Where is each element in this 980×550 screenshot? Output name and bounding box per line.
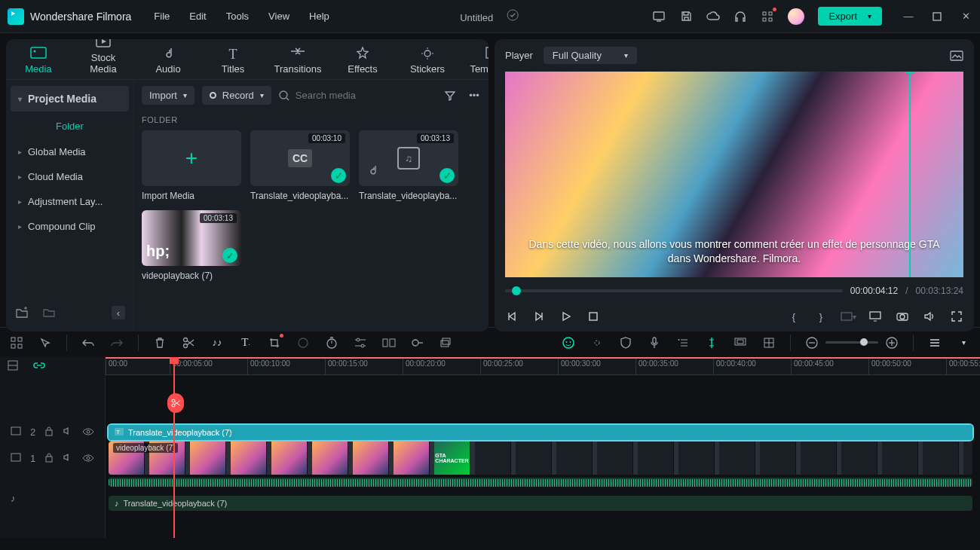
- headphones-icon[interactable]: [733, 10, 747, 23]
- mute-icon[interactable]: [63, 426, 73, 438]
- music-note-icon[interactable]: ♪♪: [210, 335, 225, 350]
- prev-frame-icon[interactable]: [505, 310, 519, 323]
- cut-marker[interactable]: [167, 393, 184, 413]
- eye-icon[interactable]: [82, 453, 94, 464]
- lock-icon[interactable]: [44, 426, 54, 438]
- import-button[interactable]: Import▾: [142, 86, 194, 105]
- stop-icon[interactable]: [586, 310, 600, 323]
- maximize-icon[interactable]: [930, 10, 944, 23]
- timer-icon[interactable]: [324, 335, 339, 350]
- display-icon[interactable]: [868, 310, 882, 323]
- monitor-icon[interactable]: [733, 335, 748, 350]
- card-audio[interactable]: 00:03:13 ♫ ✓ Translate_videoplayba...: [359, 130, 458, 201]
- menu-file[interactable]: File: [154, 11, 170, 22]
- sparkle-icon[interactable]: [590, 335, 605, 350]
- play-icon[interactable]: [559, 310, 573, 323]
- menu-tools[interactable]: Tools: [226, 11, 249, 22]
- desktop-icon[interactable]: [652, 10, 666, 23]
- tab-effects[interactable]: Effects: [336, 47, 389, 79]
- shield-icon[interactable]: [618, 335, 633, 350]
- close-icon[interactable]: ✕: [959, 10, 972, 23]
- tab-templates[interactable]: Templates: [466, 47, 488, 79]
- ratio-icon[interactable]: ▾: [841, 310, 855, 323]
- new-folder-icon[interactable]: [15, 306, 29, 319]
- scrub-bar[interactable]: [505, 289, 843, 292]
- video-clip[interactable]: videoplayback (7) GTACHARACTER: [109, 442, 972, 475]
- scrub-handle[interactable]: [512, 286, 521, 295]
- card-video[interactable]: 00:03:13 hp; ✓ videoplayback (7): [142, 210, 241, 281]
- ai-icon[interactable]: [561, 335, 576, 350]
- color-icon[interactable]: [296, 335, 311, 350]
- sidebar-compound[interactable]: ▸Compound Clip: [11, 214, 129, 239]
- tab-audio[interactable]: Audio: [142, 47, 194, 79]
- menu-help[interactable]: Help: [309, 11, 329, 22]
- key-icon[interactable]: [410, 335, 425, 350]
- eye-icon[interactable]: [82, 426, 94, 438]
- tab-stickers[interactable]: Stickers: [401, 47, 454, 79]
- zoom-handle[interactable]: [860, 338, 868, 346]
- snapshot-icon[interactable]: [950, 49, 963, 63]
- view-list-icon[interactable]: [927, 335, 942, 350]
- more-icon[interactable]: •••: [467, 89, 481, 102]
- caption-clip[interactable]: T Translate_videoplayback (7): [109, 425, 972, 440]
- tab-titles[interactable]: TTitles: [207, 47, 259, 79]
- adjust-icon[interactable]: [353, 335, 368, 350]
- sidebar-adjustment[interactable]: ▸Adjustment Lay...: [11, 189, 129, 214]
- audio-clip[interactable]: [109, 478, 972, 487]
- card-caption[interactable]: 00:03:10 CC ✓ Translate_videoplayba...: [250, 130, 350, 201]
- undo-icon[interactable]: [81, 335, 96, 350]
- avatar[interactable]: [788, 8, 804, 25]
- scissors-icon[interactable]: [181, 335, 196, 350]
- zoom-out-icon[interactable]: [804, 335, 819, 350]
- crop-icon[interactable]: [267, 335, 282, 350]
- redo-icon[interactable]: [109, 335, 124, 350]
- mark-in-icon[interactable]: {: [787, 310, 801, 323]
- mute-icon[interactable]: [63, 453, 73, 464]
- playhead[interactable]: [173, 357, 175, 538]
- minimize-icon[interactable]: —: [902, 10, 915, 23]
- sidebar-folder[interactable]: Folder: [11, 112, 129, 139]
- search-input[interactable]: [296, 90, 436, 101]
- timeline-body[interactable]: 00:00 00:00:05:0000:00:10:0000:00:15:000…: [106, 357, 980, 538]
- folder-icon[interactable]: [42, 306, 56, 319]
- zoom-slider[interactable]: [825, 341, 878, 344]
- sidebar-global-media[interactable]: ▸Global Media: [11, 139, 129, 164]
- fullscreen-icon[interactable]: [950, 310, 963, 323]
- save-icon[interactable]: [679, 10, 693, 23]
- tab-transitions[interactable]: Transitions: [271, 47, 324, 79]
- card-import[interactable]: + Import Media: [142, 130, 241, 201]
- mic-icon[interactable]: [647, 335, 662, 350]
- magic-cut-icon[interactable]: [704, 335, 719, 350]
- camera-icon[interactable]: [896, 310, 909, 323]
- zoom-in-icon[interactable]: [884, 335, 899, 350]
- export-button[interactable]: Export ▾: [818, 7, 882, 26]
- collapse-sidebar-icon[interactable]: ‹: [112, 306, 125, 319]
- record-button[interactable]: Record▾: [202, 86, 271, 105]
- volume-icon[interactable]: [923, 310, 936, 323]
- text-icon[interactable]: T.: [238, 335, 253, 350]
- list-icon[interactable]: [675, 335, 691, 350]
- sidebar-project-media[interactable]: ▾Project Media: [11, 86, 129, 112]
- menu-view[interactable]: View: [268, 11, 289, 22]
- modules-icon[interactable]: [9, 335, 24, 350]
- trash-icon[interactable]: [152, 335, 167, 350]
- cloud-icon[interactable]: [706, 10, 720, 23]
- tag-icon[interactable]: [381, 335, 397, 350]
- view-menu-icon[interactable]: ▾: [956, 335, 971, 350]
- audio-clip2[interactable]: ♪ Translate_videoplayback (7): [109, 496, 972, 511]
- cursor-icon[interactable]: [38, 335, 53, 350]
- tab-stock[interactable]: Stock Media: [77, 39, 130, 79]
- viewport[interactable]: Dans cette vidéo, nous allons vous montr…: [505, 72, 963, 277]
- quality-select[interactable]: Full Quality▾: [544, 47, 637, 64]
- ruler[interactable]: 00:00 00:00:05:0000:00:10:0000:00:15:000…: [106, 357, 980, 375]
- grid-icon[interactable]: [761, 335, 776, 350]
- mark-out-icon[interactable]: }: [814, 310, 828, 323]
- stack-icon[interactable]: [439, 335, 454, 350]
- lock-icon[interactable]: [44, 452, 54, 465]
- link-icon[interactable]: [33, 360, 45, 373]
- apps-icon[interactable]: [761, 10, 774, 23]
- tracks-icon[interactable]: [8, 360, 18, 373]
- next-frame-icon[interactable]: [532, 310, 546, 323]
- filter-icon[interactable]: [443, 89, 457, 102]
- sidebar-cloud-media[interactable]: ▸Cloud Media: [11, 164, 129, 189]
